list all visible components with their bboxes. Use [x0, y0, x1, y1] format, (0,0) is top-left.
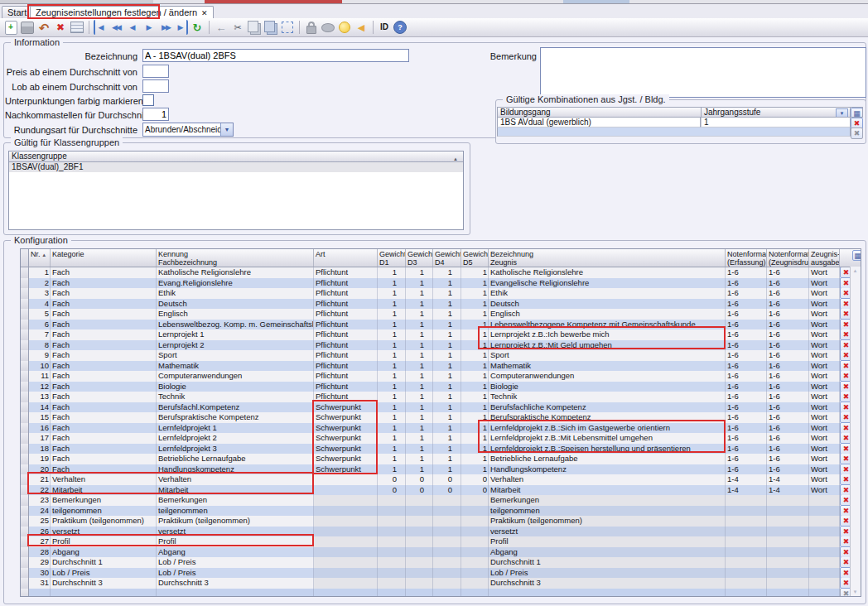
cell[interactable]: [406, 516, 433, 527]
cell[interactable]: 1: [461, 350, 489, 361]
cell[interactable]: 1: [406, 444, 433, 454]
cell[interactable]: 19: [29, 454, 51, 464]
record-selector[interactable]: [21, 392, 29, 402]
cell[interactable]: [433, 536, 461, 547]
column-header[interactable]: KennungFachbezeichnung: [157, 249, 314, 267]
cell[interactable]: 1: [378, 382, 406, 392]
undo-icon[interactable]: ↶: [36, 20, 51, 35]
cell[interactable]: [809, 589, 840, 598]
cell[interactable]: Wort: [809, 474, 840, 485]
cell[interactable]: 5: [29, 309, 51, 320]
cell[interactable]: 1-6: [767, 320, 809, 330]
cell[interactable]: Verhalten: [157, 474, 314, 485]
record-selector[interactable]: [21, 423, 29, 434]
cell[interactable]: [809, 568, 840, 579]
cell[interactable]: 1-6: [726, 423, 767, 434]
cell[interactable]: 1: [433, 433, 461, 444]
cell[interactable]: 1: [433, 320, 461, 330]
cell[interactable]: 1-6: [726, 278, 767, 289]
cell[interactable]: Schwerpunkt: [314, 412, 378, 423]
record-selector[interactable]: [21, 547, 29, 558]
nav-prev-icon[interactable]: ◀: [125, 20, 140, 35]
cell[interactable]: 1: [433, 402, 461, 413]
cell[interactable]: 1: [406, 402, 433, 413]
cell[interactable]: [767, 495, 809, 506]
cell[interactable]: [314, 506, 378, 517]
cell[interactable]: teilgenommen: [489, 506, 726, 517]
cell[interactable]: 10: [29, 361, 51, 372]
cell[interactable]: 1: [461, 454, 489, 464]
cell[interactable]: [433, 495, 461, 506]
record-selector[interactable]: [21, 464, 29, 475]
cell[interactable]: 1: [433, 340, 461, 351]
column-header[interactable]: GewichtD1: [378, 249, 406, 267]
cell[interactable]: 0: [433, 474, 461, 485]
cell[interactable]: Wort: [809, 299, 840, 310]
cell[interactable]: 1: [461, 392, 489, 402]
nav-next-icon[interactable]: ▶: [142, 20, 157, 35]
konfig-row-21[interactable]: 21VerhaltenVerhalten0000Verhalten1-41-4W…: [21, 474, 861, 485]
cell[interactable]: 1: [406, 350, 433, 361]
cell[interactable]: Biologie: [489, 382, 726, 392]
record-selector[interactable]: [21, 361, 29, 372]
konfig-row-26[interactable]: 26versetztversetztversetzt✖: [21, 527, 861, 537]
column-header[interactable]: GewichtD4: [433, 249, 461, 267]
cell[interactable]: Bemerkungen: [51, 495, 157, 506]
konfig-row-15[interactable]: 15FachBerufspraktische KompetenzSchwerpu…: [21, 412, 861, 423]
konfig-row-8[interactable]: 8FachLernprojekt 2Pflichtunt1111Lernproj…: [21, 340, 861, 351]
cell[interactable]: Katholische Religionslehre: [489, 267, 726, 278]
save-icon[interactable]: [20, 20, 35, 35]
column-header[interactable]: BezeichnungZeugnis: [489, 249, 726, 267]
column-header[interactable]: Zeugnis-ausgabe: [809, 249, 840, 267]
cell[interactable]: 1: [406, 267, 433, 278]
cell[interactable]: Fach: [51, 392, 157, 402]
cell[interactable]: 1-6: [767, 329, 809, 340]
cell[interactable]: [767, 557, 809, 568]
cell[interactable]: 1: [378, 288, 406, 299]
rundungsart-select[interactable]: Abrunden/Abschneiden ▼: [142, 123, 234, 137]
cell[interactable]: 1-6: [726, 433, 767, 444]
cell[interactable]: 1: [433, 288, 461, 299]
cell[interactable]: 1: [378, 340, 406, 351]
record-selector[interactable]: [21, 506, 29, 517]
cell[interactable]: 13: [29, 392, 51, 402]
cell[interactable]: [378, 506, 406, 517]
cell[interactable]: Pflichtunt: [314, 382, 378, 392]
cell[interactable]: 1-6: [726, 350, 767, 361]
cell[interactable]: [314, 495, 378, 506]
column-header[interactable]: Notenformat(Zeugnisdruck): [767, 249, 809, 267]
cell[interactable]: 1: [433, 382, 461, 392]
cell[interactable]: [433, 578, 461, 589]
cell[interactable]: Fach: [51, 412, 157, 423]
cut-icon[interactable]: ✂: [230, 20, 245, 35]
sort-ascending-icon[interactable]: ▲: [453, 154, 458, 162]
cell[interactable]: [378, 516, 406, 527]
cell[interactable]: [809, 516, 840, 527]
record-ellipse-icon[interactable]: [321, 20, 335, 35]
cell[interactable]: 3: [29, 288, 51, 299]
cell[interactable]: Pflichtunt: [314, 278, 378, 289]
cell[interactable]: 15: [29, 412, 51, 423]
cell[interactable]: Computeranwendungen: [157, 371, 314, 382]
back-arrow-icon[interactable]: ←: [214, 20, 229, 35]
cell[interactable]: [314, 474, 378, 485]
cell[interactable]: [378, 547, 406, 558]
cell[interactable]: [461, 495, 489, 506]
konfig-row-31[interactable]: 31Durchschnitt 3Durchschnitt 3Durchschni…: [21, 578, 861, 589]
konfig-row-3[interactable]: 3FachEthikPflichtunt1111Ethik1-61-6Wort✖: [21, 288, 861, 299]
cell[interactable]: 1-6: [767, 412, 809, 423]
cell[interactable]: Pflichtunt: [314, 350, 378, 361]
cell[interactable]: 1: [461, 278, 489, 289]
new-record-icon[interactable]: +: [3, 20, 18, 35]
konfig-row-10[interactable]: 10FachMathematikPflichtunt1111Mathematik…: [21, 361, 861, 372]
cell[interactable]: Profil: [157, 536, 314, 547]
cell[interactable]: Technik: [157, 392, 314, 402]
cell[interactable]: 1: [378, 464, 406, 475]
cell[interactable]: 18: [29, 444, 51, 454]
column-header[interactable]: Kategorie: [51, 249, 157, 267]
cell[interactable]: Wort: [809, 329, 840, 340]
cell[interactable]: Wort: [809, 267, 840, 278]
cell[interactable]: Lernprojekt 1: [157, 329, 314, 340]
cell[interactable]: [406, 536, 433, 547]
cell[interactable]: 0: [378, 474, 406, 485]
